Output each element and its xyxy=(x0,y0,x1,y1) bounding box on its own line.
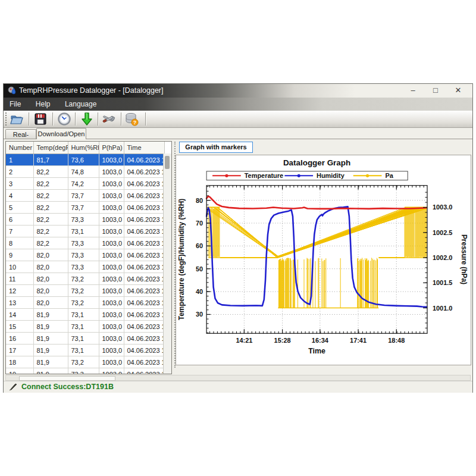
col-pressure[interactable]: P(hPa) xyxy=(99,142,124,154)
table-cell[interactable]: 1003,0 xyxy=(99,214,124,226)
table-cell[interactable]: 04.06.2023 13... xyxy=(124,154,164,166)
table-cell[interactable]: 1003,0 xyxy=(99,356,124,368)
table-cell[interactable]: 73,2 xyxy=(68,285,99,297)
table-row[interactable]: 1282,073,21003,004.06.2023 13... xyxy=(6,285,164,297)
table-row[interactable]: 482,273,71003,004.06.2023 13... xyxy=(6,190,164,202)
table-row[interactable]: 582,273,71003,004.06.2023 13... xyxy=(6,202,164,214)
table-cell[interactable]: 82,2 xyxy=(33,214,68,226)
download-button[interactable] xyxy=(80,112,95,127)
table-cell[interactable]: 73,7 xyxy=(68,202,99,214)
table-cell[interactable]: 04.06.2023 13... xyxy=(124,273,164,285)
table-cell[interactable]: 1003,0 xyxy=(99,261,124,273)
table-cell[interactable]: 1003,0 xyxy=(99,166,124,178)
table-cell[interactable]: 04.06.2023 13... xyxy=(124,321,164,333)
toolbar-grip[interactable] xyxy=(5,112,7,126)
menu-file[interactable]: File xyxy=(4,98,27,111)
table-cell[interactable]: 81,9 xyxy=(33,321,68,333)
scrollbar-thumb[interactable] xyxy=(165,156,170,169)
col-temp[interactable]: Temp(degF) xyxy=(33,142,68,154)
table-cell[interactable]: 1003,0 xyxy=(99,202,124,214)
table-cell[interactable]: 1003,0 xyxy=(99,154,124,166)
table-cell[interactable]: 82,0 xyxy=(33,273,68,285)
table-cell[interactable]: 1003,0 xyxy=(99,297,124,309)
table-cell[interactable]: 82,2 xyxy=(33,226,68,237)
table-row[interactable]: 1981,973,31003,004.06.2023 13... xyxy=(6,368,164,375)
table-cell[interactable]: 1003,0 xyxy=(99,368,124,375)
table-cell[interactable]: 10 xyxy=(6,261,33,273)
table-cell[interactable]: 9 xyxy=(6,249,33,261)
table-cell[interactable]: 5 xyxy=(6,202,33,214)
scrollbar-thumb[interactable] xyxy=(19,376,115,381)
table-row[interactable]: 1581,973,11003,004.06.2023 13... xyxy=(6,321,164,333)
table-cell[interactable]: 19 xyxy=(6,368,33,375)
table-row[interactable]: 1182,073,21003,004.06.2023 13... xyxy=(6,273,164,285)
table-cell[interactable]: 1003,0 xyxy=(99,285,124,297)
table-cell[interactable]: 16 xyxy=(6,333,33,345)
col-time[interactable]: Time xyxy=(124,142,164,154)
table-cell[interactable]: 18 xyxy=(6,356,33,368)
table-cell[interactable]: 82,2 xyxy=(33,202,68,214)
table-cell[interactable]: 04.06.2023 13... xyxy=(124,166,164,178)
table-cell[interactable]: 1 xyxy=(6,154,33,166)
table-cell[interactable]: 04.06.2023 13... xyxy=(124,356,164,368)
table-cell[interactable]: 81,9 xyxy=(33,356,68,368)
table-cell[interactable]: 81,9 xyxy=(33,345,68,356)
table-cell[interactable]: 6 xyxy=(6,214,33,226)
table-cell[interactable]: 4 xyxy=(6,190,33,202)
table-vertical-scrollbar[interactable] xyxy=(163,154,171,374)
menu-help[interactable]: Help xyxy=(30,98,57,111)
tab-download-open[interactable]: Download/Open xyxy=(36,128,86,139)
table-row[interactable]: 282,274,81003,004.06.2023 13... xyxy=(6,166,164,178)
table-cell[interactable]: 7 xyxy=(6,226,33,237)
table-row[interactable]: 181,773,61003,004.06.2023 13... xyxy=(6,154,164,166)
table-cell[interactable]: 73,3 xyxy=(68,261,99,273)
table-cell[interactable]: 1003,0 xyxy=(99,237,124,249)
table-cell[interactable]: 11 xyxy=(6,273,33,285)
minimize-button[interactable]: – xyxy=(405,84,421,98)
table-cell[interactable]: 1003,0 xyxy=(99,190,124,202)
table-cell[interactable]: 04.06.2023 13... xyxy=(124,178,164,190)
table-cell[interactable]: 73,1 xyxy=(68,321,99,333)
table-row[interactable]: 782,273,11003,004.06.2023 13... xyxy=(6,226,164,237)
table-cell[interactable]: 73,3 xyxy=(68,368,99,375)
table-cell[interactable]: 73,2 xyxy=(68,273,99,285)
table-cell[interactable]: 81,9 xyxy=(33,368,68,375)
table-cell[interactable]: 82,0 xyxy=(33,249,68,261)
table-cell[interactable]: 2 xyxy=(6,166,33,178)
col-hum[interactable]: Hum(%RH) xyxy=(68,142,99,154)
table-cell[interactable]: 1003,0 xyxy=(99,333,124,345)
table-cell[interactable]: 1003,0 xyxy=(99,226,124,237)
table-cell[interactable]: 82,2 xyxy=(33,166,68,178)
table-cell[interactable]: 3 xyxy=(6,178,33,190)
table-cell[interactable]: 04.06.2023 13... xyxy=(124,261,164,273)
table-row[interactable]: 1481,973,11003,004.06.2023 13... xyxy=(6,309,164,321)
table-cell[interactable]: 73,2 xyxy=(68,297,99,309)
table-cell[interactable]: 73,2 xyxy=(68,356,99,368)
table-horizontal-scrollbar[interactable] xyxy=(5,375,471,381)
table-cell[interactable]: 73,3 xyxy=(68,249,99,261)
table-cell[interactable]: 73,3 xyxy=(68,237,99,249)
graph-with-markers-button[interactable]: Graph with markers xyxy=(179,142,253,153)
open-file-button[interactable] xyxy=(10,112,25,127)
table-cell[interactable]: 04.06.2023 13... xyxy=(124,190,164,202)
table-cell[interactable]: 81,7 xyxy=(33,154,68,166)
table-cell[interactable]: 73,1 xyxy=(68,345,99,356)
table-row[interactable]: 382,274,21003,004.06.2023 13... xyxy=(6,178,164,190)
device-info-button[interactable]: ? xyxy=(124,112,140,127)
table-cell[interactable]: 12 xyxy=(6,285,33,297)
table-cell[interactable]: 04.06.2023 13... xyxy=(124,249,164,261)
table-cell[interactable]: 1003,0 xyxy=(99,345,124,356)
table-cell[interactable]: 82,2 xyxy=(33,190,68,202)
table-cell[interactable]: 73,7 xyxy=(68,190,99,202)
table-cell[interactable]: 74,8 xyxy=(68,166,99,178)
table-row[interactable]: 1382,073,21003,004.06.2023 13... xyxy=(6,297,164,309)
table-cell[interactable]: 82,2 xyxy=(33,178,68,190)
table-row[interactable]: 1881,973,21003,004.06.2023 13... xyxy=(6,356,164,368)
realtime-clock-button[interactable] xyxy=(57,112,73,127)
table-cell[interactable]: 14 xyxy=(6,309,33,321)
table-row[interactable]: 882,273,31003,004.06.2023 13... xyxy=(6,237,164,249)
table-cell[interactable]: 04.06.2023 13... xyxy=(124,237,164,249)
table-cell[interactable]: 1003,0 xyxy=(99,273,124,285)
table-cell[interactable]: 04.06.2023 13... xyxy=(124,297,164,309)
table-row[interactable]: 1082,073,31003,004.06.2023 13... xyxy=(6,261,164,273)
